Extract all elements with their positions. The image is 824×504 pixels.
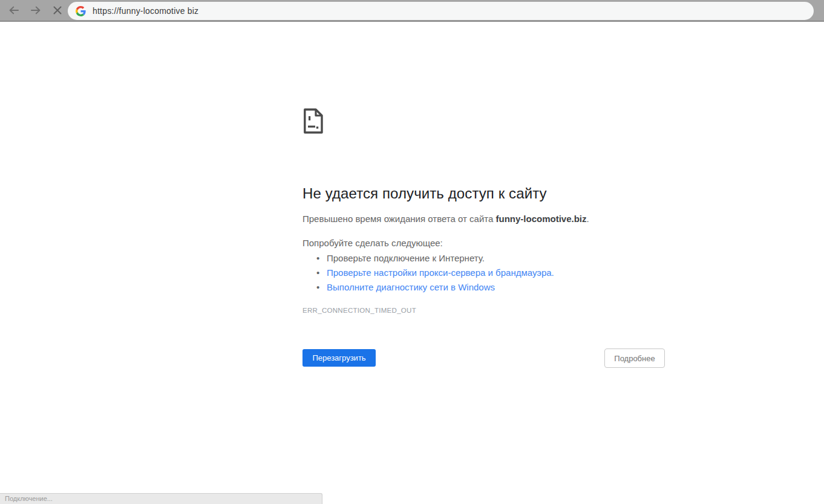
- suggestion-item-connection: Проверьте подключение к Интернету.: [302, 251, 554, 266]
- subtitle-domain: funny-locomotive.biz: [496, 214, 587, 224]
- network-diagnostics-link[interactable]: Выполните диагностику сети в Windows: [327, 282, 495, 292]
- suggestions-heading: Попробуйте сделать следующее:: [302, 238, 443, 248]
- stop-x-icon: [52, 5, 63, 16]
- details-button[interactable]: Подробнее: [604, 349, 665, 368]
- browser-window: https://funny-locomotive biz Не удается …: [0, 0, 824, 504]
- back-arrow-icon: [8, 4, 20, 16]
- subtitle-period: .: [587, 214, 589, 224]
- sad-file-icon: [302, 108, 324, 137]
- reload-button[interactable]: Перезагрузить: [302, 349, 376, 367]
- google-favicon-icon: [76, 6, 86, 16]
- subtitle-text: Превышено время ожидания ответа от сайта: [302, 214, 496, 224]
- suggestion-item-proxy: Проверьте настройки прокси-сервера и бра…: [302, 266, 554, 280]
- suggestion-text: Проверьте подключение к Интернету.: [327, 253, 485, 263]
- suggestions-list: Проверьте подключение к Интернету. Прове…: [302, 251, 554, 295]
- browser-toolbar: https://funny-locomotive biz: [0, 0, 824, 22]
- stop-button[interactable]: [49, 2, 66, 19]
- proxy-settings-link[interactable]: Проверьте настройки прокси-сервера и бра…: [327, 267, 554, 278]
- error-title: Не удается получить доступ к сайту: [302, 185, 547, 202]
- back-button[interactable]: [5, 2, 22, 19]
- status-bubble: Подключение...: [0, 493, 322, 504]
- forward-button[interactable]: [27, 2, 44, 19]
- forward-arrow-icon: [30, 4, 42, 16]
- address-bar[interactable]: https://funny-locomotive biz: [68, 2, 814, 20]
- error-page: Не удается получить доступ к сайту Превы…: [0, 23, 824, 504]
- error-code: ERR_CONNECTION_TIMED_OUT: [302, 307, 416, 314]
- address-url: https://funny-locomotive biz: [93, 6, 198, 16]
- suggestion-item-diagnostics: Выполните диагностику сети в Windows: [302, 280, 554, 295]
- error-subtitle: Превышено время ожидания ответа от сайта…: [302, 214, 589, 224]
